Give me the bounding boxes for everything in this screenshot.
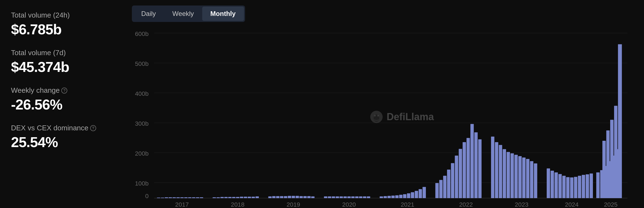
svg-rect-123 [596, 172, 599, 198]
svg-rect-53 [276, 196, 279, 198]
stat-volume-7d: Total volume (7d) $45.374b [11, 49, 115, 75]
svg-rect-74 [367, 196, 370, 198]
dex-cex-label: DEX vs CEX dominance ? [11, 124, 115, 132]
svg-rect-92 [455, 156, 458, 198]
svg-rect-65 [332, 196, 335, 198]
weekly-change-value: -26.56% [11, 96, 115, 113]
svg-rect-51 [268, 196, 272, 198]
svg-rect-80 [399, 195, 402, 198]
weekly-change-help-icon[interactable]: ? [61, 88, 67, 94]
svg-text:100b: 100b [135, 180, 149, 187]
svg-rect-69 [347, 196, 351, 198]
svg-rect-34 [184, 197, 188, 198]
svg-rect-119 [578, 176, 581, 198]
svg-rect-62 [311, 196, 315, 198]
svg-rect-77 [387, 196, 391, 198]
svg-rect-45 [236, 197, 239, 198]
svg-rect-99 [491, 137, 494, 198]
svg-rect-107 [522, 158, 526, 198]
svg-rect-43 [228, 197, 232, 198]
svg-rect-81 [403, 194, 406, 198]
svg-rect-54 [280, 196, 283, 198]
svg-rect-73 [363, 196, 366, 198]
svg-rect-28 [161, 198, 164, 198]
svg-rect-97 [474, 132, 478, 198]
svg-text:400b: 400b [135, 90, 149, 97]
svg-text:2017: 2017 [175, 201, 189, 206]
svg-rect-32 [176, 197, 180, 198]
svg-rect-113 [554, 172, 558, 198]
svg-rect-52 [272, 196, 276, 198]
svg-rect-85 [419, 189, 422, 198]
svg-rect-48 [248, 197, 251, 198]
svg-rect-47 [244, 197, 247, 198]
svg-rect-130 [606, 130, 610, 198]
tab-daily[interactable]: Daily [133, 7, 164, 21]
svg-text:2025: 2025 [604, 201, 618, 206]
svg-rect-98 [478, 139, 482, 198]
svg-text:2022: 2022 [459, 201, 473, 206]
svg-rect-82 [407, 193, 410, 198]
tab-weekly[interactable]: Weekly [164, 7, 202, 21]
svg-rect-44 [232, 197, 235, 198]
svg-rect-120 [582, 175, 585, 198]
svg-rect-39 [213, 197, 216, 198]
svg-rect-106 [518, 156, 522, 198]
svg-rect-91 [451, 163, 454, 198]
svg-rect-41 [220, 197, 224, 198]
svg-rect-67 [340, 196, 343, 198]
svg-rect-72 [359, 196, 362, 198]
svg-rect-84 [415, 191, 418, 198]
svg-rect-46 [240, 197, 243, 198]
svg-text:300b: 300b [135, 120, 149, 127]
svg-rect-56 [288, 196, 291, 198]
svg-rect-70 [351, 196, 355, 198]
svg-rect-40 [216, 197, 220, 198]
svg-rect-55 [284, 196, 287, 198]
svg-rect-100 [495, 142, 498, 198]
svg-text:2021: 2021 [401, 201, 414, 206]
svg-rect-86 [423, 187, 426, 198]
svg-rect-111 [547, 168, 550, 198]
svg-text:500b: 500b [135, 60, 149, 67]
svg-rect-89 [443, 176, 446, 198]
svg-rect-71 [355, 196, 359, 198]
svg-rect-101 [499, 145, 502, 198]
svg-rect-36 [192, 197, 195, 198]
svg-rect-93 [459, 149, 462, 198]
tab-monthly[interactable]: Monthly [202, 7, 244, 21]
svg-rect-63 [324, 196, 327, 198]
svg-rect-33 [180, 197, 184, 198]
svg-rect-60 [303, 196, 307, 198]
svg-rect-109 [530, 161, 533, 198]
svg-rect-122 [590, 173, 593, 198]
svg-text:2019: 2019 [287, 201, 300, 206]
svg-rect-94 [463, 142, 466, 198]
stat-volume-24h: Total volume (24h) $6.785b [11, 11, 115, 38]
dex-cex-help-icon[interactable]: ? [90, 125, 96, 131]
svg-rect-114 [558, 174, 562, 198]
svg-rect-64 [328, 196, 331, 198]
svg-text:0: 0 [145, 193, 148, 199]
svg-rect-90 [447, 170, 450, 198]
svg-rect-61 [307, 196, 310, 198]
svg-rect-75 [380, 196, 383, 198]
svg-rect-57 [292, 196, 295, 198]
svg-rect-102 [503, 149, 506, 198]
dex-cex-value: 25.54% [11, 134, 115, 150]
svg-rect-29 [165, 197, 168, 198]
svg-rect-68 [343, 196, 347, 198]
svg-rect-37 [196, 197, 199, 198]
svg-rect-35 [188, 197, 191, 198]
svg-rect-38 [200, 197, 203, 198]
svg-rect-30 [169, 197, 172, 198]
svg-rect-58 [296, 196, 299, 198]
svg-rect-110 [534, 164, 537, 198]
svg-rect-76 [384, 196, 387, 198]
stat-dex-cex: DEX vs CEX dominance ? 25.54% [11, 124, 115, 150]
weekly-change-label: Weekly change ? [11, 86, 115, 95]
svg-rect-115 [562, 176, 566, 198]
svg-rect-83 [411, 192, 414, 198]
svg-rect-105 [514, 155, 518, 198]
svg-rect-59 [299, 196, 303, 198]
